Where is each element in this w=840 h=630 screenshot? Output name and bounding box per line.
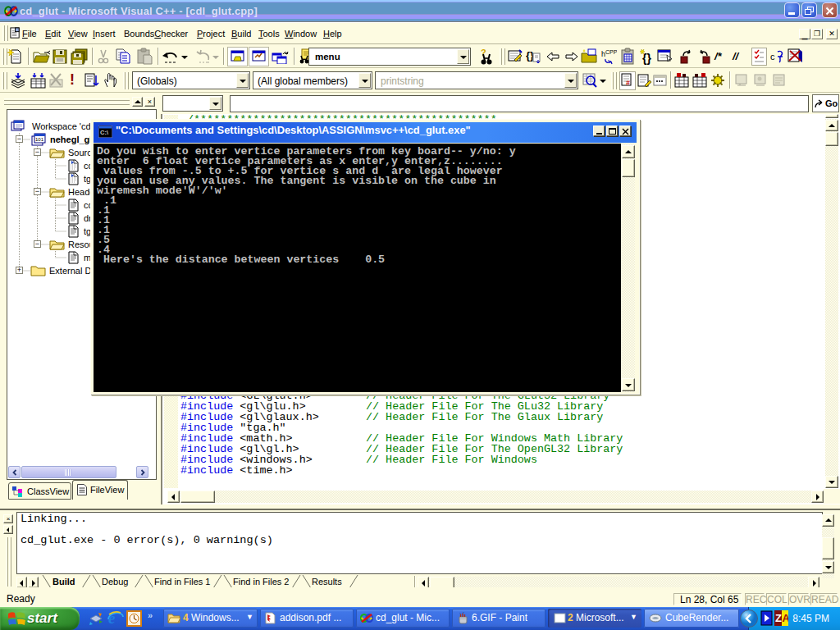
- svg-text:101: 101: [35, 137, 44, 142]
- svg-text:Z: Z: [775, 612, 782, 624]
- svg-text:Find in Files 1: Find in Files 1: [154, 577, 210, 587]
- svg-text:Build: Build: [52, 577, 75, 587]
- svg-text:CPP: CPP: [605, 49, 617, 55]
- svg-text:c: c: [770, 52, 775, 62]
- svg-text:Find in Files 2: Find in Files 2: [233, 577, 289, 587]
- svg-text:{}: {}: [642, 52, 651, 65]
- svg-text:C:\: C:\: [100, 129, 109, 136]
- svg-text:Debug: Debug: [102, 577, 128, 587]
- svg-text:Results: Results: [312, 577, 342, 587]
- svg-text:A: A: [783, 612, 789, 624]
- svg-text:#: #: [626, 79, 630, 87]
